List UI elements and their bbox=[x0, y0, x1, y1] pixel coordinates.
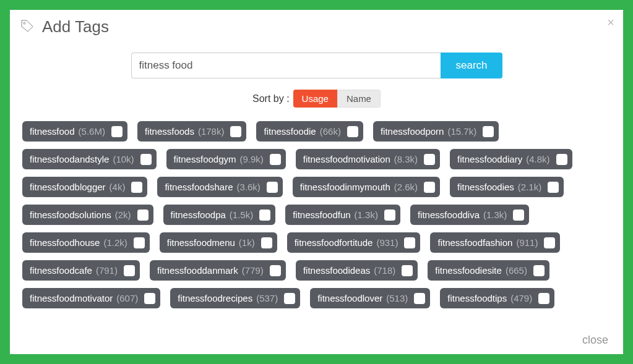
tag-checkbox[interactable] bbox=[111, 126, 123, 137]
tag-pill[interactable]: fitnessfoodsolutions (2k) bbox=[22, 205, 153, 225]
tag-pill[interactable]: fitnessfoodfortitude (931) bbox=[287, 232, 421, 253]
tag-checkbox[interactable] bbox=[270, 154, 281, 165]
tag-checkbox[interactable] bbox=[414, 293, 425, 304]
tag-count: (4k) bbox=[110, 180, 126, 193]
tag-name: fitnessfoodcafe bbox=[30, 264, 92, 277]
tag-name: fitnessfoodpa bbox=[171, 208, 226, 221]
tag-checkbox[interactable] bbox=[144, 293, 155, 304]
sort-usage-button[interactable]: Usage bbox=[293, 90, 337, 108]
modal-title: Add Tags bbox=[42, 17, 109, 36]
tag-pill[interactable]: fitnessfoodmotivation (8.3k) bbox=[296, 149, 440, 169]
tag-count: (779) bbox=[242, 264, 264, 277]
tag-checkbox[interactable] bbox=[548, 182, 559, 193]
tag-pill[interactable]: fitnessfooddiary (4.8k) bbox=[450, 149, 572, 169]
tag-checkbox[interactable] bbox=[544, 237, 555, 248]
tag-checkbox[interactable] bbox=[137, 210, 149, 221]
tag-name: fitnessfoodfortitude bbox=[295, 236, 373, 249]
tag-count: (5.6M) bbox=[79, 125, 105, 138]
tag-checkbox[interactable] bbox=[140, 154, 152, 165]
tag-checkbox[interactable] bbox=[538, 293, 549, 304]
tag-checkbox[interactable] bbox=[533, 265, 545, 276]
close-icon[interactable]: × bbox=[607, 16, 614, 28]
tag-count: (8.3k) bbox=[394, 153, 418, 166]
tag-pill[interactable]: fitnessfoodies (2.1k) bbox=[450, 177, 564, 197]
tag-checkbox[interactable] bbox=[284, 293, 295, 304]
tag-name: fitnessfoodhouse bbox=[30, 236, 100, 249]
tag-pill[interactable]: fitnessfoodtips (479) bbox=[440, 288, 554, 308]
tag-pill[interactable]: fitnessfoodlover (513) bbox=[310, 288, 430, 308]
search-button[interactable]: search bbox=[441, 53, 502, 78]
tag-pill[interactable]: fitnessfoodinmymouth (2.6k) bbox=[293, 177, 440, 197]
search-box: search bbox=[131, 53, 502, 78]
tag-count: (911) bbox=[516, 236, 538, 249]
sort-label: Sort by : bbox=[252, 93, 290, 104]
tag-pill[interactable]: fitnessfoodfun (1.3k) bbox=[285, 205, 400, 225]
tag-pill[interactable]: fitnessfood (5.6M) bbox=[22, 121, 127, 142]
tag-pill[interactable]: fitnessfooddiva (1.3k) bbox=[410, 205, 529, 225]
tag-name: fitnessfooddiva bbox=[418, 208, 480, 221]
tag-checkbox[interactable] bbox=[124, 265, 135, 276]
tag-count: (1k) bbox=[239, 236, 255, 249]
tag-pill[interactable]: fitnessfoodpa (1.5k) bbox=[163, 205, 276, 225]
tag-pill[interactable]: fitnessfoodiesite (665) bbox=[428, 260, 549, 281]
tag-name: fitnessfooddanmark bbox=[157, 264, 238, 277]
tag-name: fitnessfoodshare bbox=[165, 180, 233, 193]
tag-checkbox[interactable] bbox=[259, 210, 270, 221]
tag-grid: fitnessfood (5.6M)fitnessfoods (178k)fit… bbox=[17, 121, 616, 318]
tag-checkbox[interactable] bbox=[513, 210, 524, 221]
tag-name: fitnessfoodideas bbox=[303, 264, 370, 277]
tag-pill[interactable]: fitnessfoods (178k) bbox=[137, 121, 247, 142]
tag-count: (537) bbox=[256, 292, 278, 305]
tag-pill[interactable]: fitnessfoodideas (718) bbox=[296, 260, 418, 281]
tag-pill[interactable]: fitnessfoodblogger (4k) bbox=[22, 177, 147, 197]
tag-checkbox[interactable] bbox=[384, 210, 395, 221]
tag-pill[interactable]: fitnessfoodrecipes (537) bbox=[170, 288, 300, 308]
svg-point-0 bbox=[24, 22, 25, 24]
tag-pill[interactable]: fitnessfoodcafe (791) bbox=[22, 260, 140, 281]
tag-pill[interactable]: fitnessfoodfashion (911) bbox=[430, 232, 560, 253]
tag-icon bbox=[20, 19, 35, 36]
tag-pill[interactable]: fitnessfoodie (66k) bbox=[256, 121, 363, 142]
tag-name: fitnessfoodmenu bbox=[167, 236, 235, 249]
tag-checkbox[interactable] bbox=[270, 265, 281, 276]
tag-pill[interactable]: fitnessfoodmotivator (607) bbox=[22, 288, 160, 308]
tag-checkbox[interactable] bbox=[424, 154, 435, 165]
tag-count: (931) bbox=[376, 236, 398, 249]
tag-name: fitnessfoodandstyle bbox=[30, 153, 109, 166]
tag-name: fitnessfoodies bbox=[457, 180, 514, 193]
tag-pill[interactable]: fitnessfoodandstyle (10k) bbox=[22, 149, 157, 169]
close-button[interactable]: close bbox=[582, 334, 608, 347]
add-tags-modal: Add Tags × search Sort by : Usage Name f… bbox=[10, 10, 623, 354]
search-input[interactable] bbox=[131, 53, 441, 78]
tag-pill[interactable]: fitnessfoodhouse (1.2k) bbox=[22, 232, 150, 253]
tag-name: fitnessfoodtips bbox=[447, 292, 507, 305]
tag-count: (178k) bbox=[198, 125, 225, 138]
tag-count: (2k) bbox=[115, 208, 131, 221]
tag-checkbox[interactable] bbox=[261, 237, 272, 248]
tag-name: fitnessfoodinmymouth bbox=[300, 180, 390, 193]
tag-pill[interactable]: fitnessfooddanmark (779) bbox=[150, 260, 286, 281]
tag-checkbox[interactable] bbox=[131, 182, 142, 193]
sort-name-button[interactable]: Name bbox=[337, 90, 381, 108]
tag-checkbox[interactable] bbox=[556, 154, 567, 165]
tag-name: fitnessfoodrecipes bbox=[178, 292, 252, 305]
tag-checkbox[interactable] bbox=[424, 182, 435, 193]
tag-count: (1.3k) bbox=[483, 208, 507, 221]
tag-checkbox[interactable] bbox=[347, 126, 358, 137]
sort-row: Sort by : Usage Name bbox=[17, 90, 616, 108]
tag-checkbox[interactable] bbox=[483, 126, 494, 137]
tag-checkbox[interactable] bbox=[402, 265, 413, 276]
tag-name: fitnessfoodie bbox=[264, 125, 316, 138]
tag-name: fitnessfoodmotivation bbox=[303, 153, 390, 166]
modal-body[interactable]: search Sort by : Usage Name fitnessfood … bbox=[10, 43, 623, 324]
tag-checkbox[interactable] bbox=[230, 126, 241, 137]
tag-pill[interactable]: fitnessfoodmenu (1k) bbox=[160, 232, 277, 253]
tag-pill[interactable]: fitnessfoodshare (3.6k) bbox=[157, 177, 282, 197]
tag-pill[interactable]: fitnessfoodgym (9.9k) bbox=[166, 149, 286, 169]
tag-pill[interactable]: fitnessfoodporn (15.7k) bbox=[373, 121, 499, 142]
tag-checkbox[interactable] bbox=[267, 182, 278, 193]
tag-name: fitnessfoodfashion bbox=[437, 236, 512, 249]
tag-count: (791) bbox=[96, 264, 118, 277]
tag-checkbox[interactable] bbox=[134, 237, 145, 248]
tag-checkbox[interactable] bbox=[404, 237, 415, 248]
